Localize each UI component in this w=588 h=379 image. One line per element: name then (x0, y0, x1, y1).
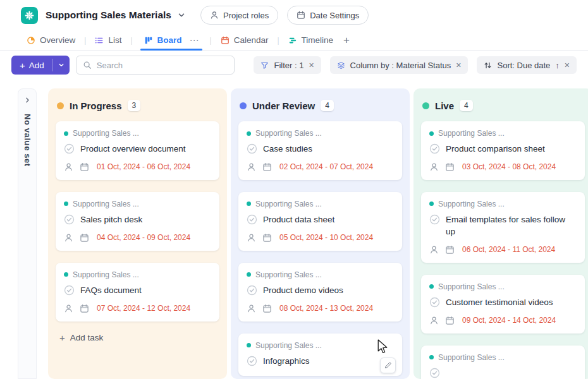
task-card[interactable]: Supporting Sales ... (421, 346, 585, 379)
task-title[interactable]: Product data sheet (263, 214, 334, 226)
task-complete-circle-icon[interactable] (64, 214, 75, 225)
search-input[interactable] (97, 61, 228, 70)
card-project-row: Supporting Sales ... (429, 282, 577, 291)
tab-separator: | (277, 36, 279, 45)
column-count-badge: 3 (128, 100, 141, 111)
tab-timeline[interactable]: Timeline (287, 30, 335, 50)
calendar-icon (262, 304, 272, 313)
card-meta-row: 04 Oct, 2024 - 09 Oct, 2024 (64, 233, 211, 243)
assignee-icon[interactable] (64, 233, 73, 243)
task-complete-circle-icon[interactable] (429, 214, 440, 225)
tab-timeline-label: Timeline (302, 35, 334, 45)
column-by-chip[interactable]: Column by : Material Status × (330, 56, 469, 74)
column-name: In Progress (70, 100, 122, 111)
task-complete-circle-icon[interactable] (247, 356, 257, 366)
project-name-label: Supporting Sales ... (438, 129, 505, 138)
task-complete-circle-icon[interactable] (64, 285, 75, 296)
assignee-icon[interactable] (247, 233, 256, 243)
task-title[interactable]: Product comparison sheet (446, 143, 545, 155)
task-complete-circle-icon[interactable] (429, 143, 440, 154)
assignee-icon[interactable] (64, 162, 73, 172)
task-card[interactable]: Supporting Sales ... Customer testimonia… (421, 275, 585, 334)
assignee-icon[interactable] (429, 316, 439, 325)
collapsed-column-no-value-set[interactable]: No value set (18, 88, 37, 379)
project-dot-icon (247, 131, 251, 136)
task-complete-circle-icon[interactable] (429, 368, 440, 378)
tab-board[interactable]: Board (143, 30, 183, 50)
assignee-icon[interactable] (429, 245, 439, 255)
task-card[interactable]: Supporting Sales ... Case studies (238, 121, 402, 180)
add-tab-button[interactable]: + (343, 34, 350, 47)
tab-overview[interactable]: Overview (25, 30, 77, 50)
task-complete-circle-icon[interactable] (247, 214, 257, 225)
task-title[interactable]: Infographics (263, 356, 310, 368)
expand-chevron-icon[interactable] (24, 97, 31, 104)
layers-icon (337, 61, 345, 69)
tab-list[interactable]: List (94, 30, 123, 50)
task-complete-circle-icon[interactable] (247, 143, 257, 154)
card-project-row: Supporting Sales ... (429, 129, 577, 138)
project-roles-button[interactable]: Project roles (200, 6, 278, 25)
task-title[interactable]: FAQs document (80, 285, 142, 297)
task-complete-circle-icon[interactable] (64, 143, 75, 154)
sort-chip[interactable]: Sort: Due date ↑ × (477, 56, 577, 74)
task-title[interactable]: Case studies (263, 143, 312, 155)
assignee-icon[interactable] (64, 304, 73, 313)
card-title-row: Customer testimonial videos (429, 297, 577, 309)
add-task-button[interactable]: + Add task (56, 322, 219, 354)
tab-board-wrap: Board ⋯ (140, 30, 202, 50)
task-title[interactable]: Email templates for sales follow up (446, 214, 577, 238)
board-more-menu-icon[interactable]: ⋯ (190, 35, 200, 45)
date-settings-button[interactable]: Date Settings (287, 6, 369, 25)
project-name-label: Supporting Sales ... (438, 282, 505, 291)
task-card[interactable]: Supporting Sales ... Product comparison … (421, 121, 585, 180)
task-dates: 04 Oct, 2024 - 09 Oct, 2024 (97, 233, 190, 242)
sort-chip-close-icon[interactable]: × (565, 61, 570, 69)
project-roles-label: Project roles (223, 11, 269, 20)
task-title[interactable]: Customer testimonial videos (446, 297, 553, 309)
task-card[interactable]: Supporting Sales ... Sales pitch desk (56, 192, 219, 251)
task-card[interactable]: Supporting Sales ... Email templates for… (421, 192, 585, 263)
app-logo-icon[interactable] (21, 7, 38, 24)
project-dot-icon (247, 272, 251, 277)
card-project-row: Supporting Sales ... (429, 200, 577, 208)
add-button-main[interactable]: +Add (11, 56, 52, 75)
timeline-icon (288, 36, 297, 45)
tab-calendar[interactable]: Calendar (219, 30, 270, 50)
project-switcher-chevron-icon[interactable] (178, 11, 185, 19)
task-title[interactable]: Product demo videos (263, 285, 343, 297)
project-name-label: Supporting Sales ... (255, 341, 322, 350)
project-dot-icon (429, 202, 434, 206)
card-title-row: Product demo videos (247, 285, 394, 297)
assignee-icon[interactable] (247, 304, 256, 313)
module-tabs: Overview | List | Board ⋯ | Calendar (0, 30, 588, 51)
task-title[interactable]: Product overview document (80, 143, 186, 155)
task-card[interactable]: Supporting Sales ... Product overview do… (56, 121, 219, 180)
task-complete-circle-icon[interactable] (429, 297, 440, 308)
task-complete-circle-icon[interactable] (247, 285, 257, 296)
edit-pencil-button[interactable] (380, 358, 396, 373)
project-dot-icon (429, 284, 434, 289)
add-dropdown-chevron-icon[interactable] (53, 56, 70, 75)
assignee-icon[interactable] (429, 162, 439, 172)
filter-chip-close-icon[interactable]: × (309, 61, 314, 69)
board-column-in-progress: In Progress 3 Supporting Sales ... Produ… (48, 88, 227, 379)
project-name-label: Supporting Sales ... (255, 129, 322, 138)
add-button[interactable]: +Add (11, 56, 70, 75)
card-list: Supporting Sales ... Case studies (238, 121, 402, 376)
card-meta-row: 02 Oct, 2024 - 07 Oct, 2024 (247, 162, 394, 172)
task-title[interactable]: Sales pitch desk (80, 214, 142, 226)
tab-list-label: List (108, 35, 121, 45)
tab-separator: | (210, 36, 212, 45)
search-box[interactable] (76, 56, 235, 75)
calendar-icon (262, 162, 272, 172)
task-card[interactable]: Supporting Sales ... Product demo videos (238, 263, 402, 322)
task-card[interactable]: Supporting Sales ... Product data sheet (238, 192, 402, 251)
filter-chip[interactable]: Filter : 1 × (254, 56, 321, 74)
column-by-chip-close-icon[interactable]: × (456, 61, 461, 69)
task-card[interactable]: Supporting Sales ... FAQs document (56, 263, 219, 322)
assignee-icon[interactable] (247, 162, 256, 172)
column-header: Under Review 4 (238, 95, 402, 121)
date-settings-label: Date Settings (310, 11, 359, 20)
task-card[interactable]: Supporting Sales ... Infographics (238, 334, 402, 376)
